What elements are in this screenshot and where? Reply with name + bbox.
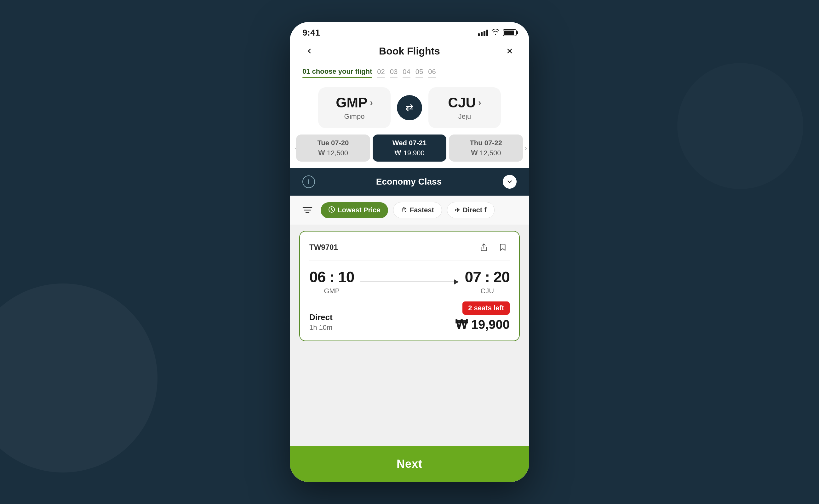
step-3-label: 03	[390, 68, 398, 76]
filter-chip-direct[interactable]: ✈ Direct f	[447, 202, 495, 218]
filter-chip-lowest-price[interactable]: Lowest Price	[321, 202, 388, 218]
flight-duration: 1h 10m	[309, 324, 333, 332]
step-1-label: 01 choose your flight	[302, 67, 372, 76]
step-5-label: 05	[415, 68, 423, 76]
depart-time: 06 : 10	[309, 268, 354, 286]
flight-meta: Direct 1h 10m	[309, 312, 333, 332]
direct-icon: ✈	[455, 206, 460, 214]
step-6[interactable]: 06	[428, 68, 436, 78]
destination-code: CJU ›	[438, 95, 491, 111]
filter-icon-button[interactable]	[299, 202, 316, 218]
arrive-airport: CJU	[465, 287, 510, 295]
origin-name: Gimpo	[328, 112, 381, 121]
phone-frame: 9:41	[290, 22, 529, 482]
airport-section: GMP › Gimpo CJU › Jeju	[290, 84, 529, 135]
date-2-label: Thu 07-22	[470, 139, 502, 147]
step-2[interactable]: 02	[377, 68, 385, 78]
date-item-1[interactable]: Wed 07-21 ₩ 19,900	[373, 135, 447, 162]
destination-selector[interactable]: CJU › Jeju	[428, 87, 501, 128]
date-section: ‹ Tue 07-20 ₩ 12,500 Wed 07-21 ₩ 19,900 …	[290, 135, 529, 168]
filter-fastest-label: Fastest	[410, 206, 434, 214]
next-button-label: Next	[397, 457, 422, 471]
date-0-price: ₩ 12,500	[318, 149, 348, 157]
date-item-2[interactable]: Thu 07-22 ₩ 12,500	[449, 135, 523, 162]
flight-card-0[interactable]: TW9701	[299, 231, 520, 341]
signal-icon	[478, 30, 488, 36]
fastest-icon: ⏱	[401, 207, 407, 214]
lowest-price-icon	[328, 206, 335, 215]
header: Book Flights	[290, 41, 529, 64]
flight-actions	[477, 240, 510, 254]
flight-bottom: Direct 1h 10m 2 seats left ₩ 19,900	[309, 301, 510, 332]
back-button[interactable]	[302, 44, 316, 58]
origin-code: GMP ›	[328, 95, 381, 111]
bg-decor-1	[0, 283, 157, 473]
bg-decor-2	[677, 63, 803, 189]
flight-times: 06 : 10 GMP 07 : 20 CJU	[309, 268, 510, 295]
status-bar: 9:41	[290, 22, 529, 41]
class-dropdown-button[interactable]	[503, 175, 517, 189]
depart-airport: GMP	[309, 287, 354, 295]
status-icons	[478, 29, 517, 37]
header-title: Book Flights	[379, 45, 440, 57]
destination-name: Jeju	[438, 112, 491, 121]
flight-list: TW9701	[290, 225, 529, 446]
swap-button[interactable]	[397, 95, 422, 120]
class-info-icon[interactable]: i	[302, 175, 315, 188]
flight-pricing: 2 seats left ₩ 19,900	[455, 301, 510, 332]
class-title: Economy Class	[376, 177, 442, 187]
filter-bar: Lowest Price ⏱ Fastest ✈ Direct f	[290, 196, 529, 225]
status-time: 9:41	[302, 28, 320, 38]
date-2-price: ₩ 12,500	[471, 149, 501, 157]
step-4[interactable]: 04	[403, 68, 410, 78]
flight-price: ₩ 19,900	[455, 317, 510, 332]
date-next-arrow[interactable]: ›	[524, 143, 529, 153]
bookmark-button[interactable]	[496, 240, 510, 254]
flight-route-arrow	[354, 279, 465, 284]
step-6-label: 06	[428, 68, 436, 76]
step-1-underline	[302, 77, 372, 78]
step-5[interactable]: 05	[415, 68, 423, 78]
filter-chip-fastest[interactable]: ⏱ Fastest	[393, 202, 442, 218]
next-button[interactable]: Next	[290, 446, 529, 482]
wifi-icon	[491, 29, 500, 37]
step-1[interactable]: 01 choose your flight	[302, 67, 372, 78]
date-1-label: Wed 07-21	[392, 139, 427, 147]
date-1-price: ₩ 19,900	[394, 149, 424, 157]
flight-type: Direct	[309, 312, 333, 322]
step-4-label: 04	[403, 68, 410, 76]
filter-lowest-price-label: Lowest Price	[338, 206, 381, 214]
flight-number: TW9701	[309, 243, 338, 252]
origin-selector[interactable]: GMP › Gimpo	[318, 87, 391, 128]
step-2-label: 02	[377, 68, 385, 76]
close-button[interactable]	[503, 44, 517, 58]
class-bar: i Economy Class	[290, 168, 529, 196]
seats-badge: 2 seats left	[462, 301, 510, 315]
flight-card-header: TW9701	[309, 240, 510, 254]
filter-direct-label: Direct f	[463, 206, 487, 214]
date-prev-arrow[interactable]: ‹	[290, 143, 295, 153]
arrive-time: 07 : 20	[465, 268, 510, 286]
steps-container: 01 choose your flight 02 03 04 05 06	[290, 64, 529, 84]
date-item-0[interactable]: Tue 07-20 ₩ 12,500	[296, 135, 370, 162]
arrive-block: 07 : 20 CJU	[465, 268, 510, 295]
battery-icon	[503, 29, 517, 36]
depart-block: 06 : 10 GMP	[309, 268, 354, 295]
date-0-label: Tue 07-20	[317, 139, 349, 147]
step-3[interactable]: 03	[390, 68, 398, 78]
share-button[interactable]	[477, 240, 491, 254]
